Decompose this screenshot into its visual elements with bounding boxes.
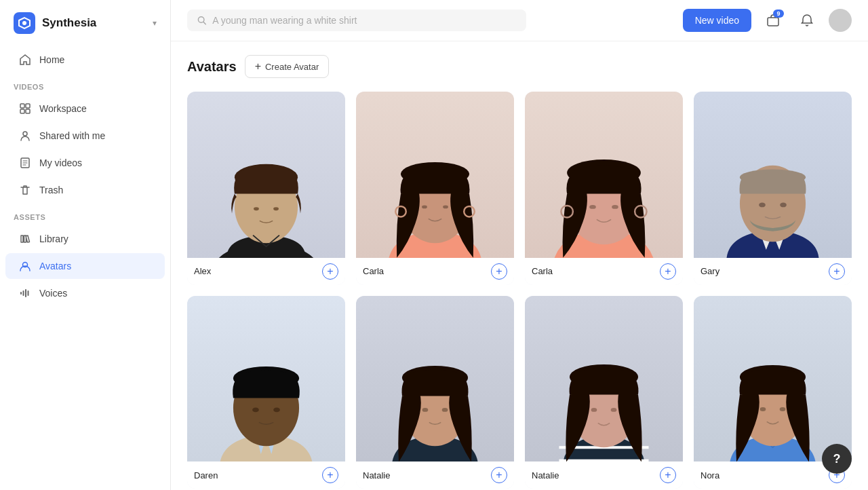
svg-point-20 (273, 207, 279, 210)
svg-rect-11 (25, 289, 26, 297)
sidebar-item-library[interactable]: Library (5, 226, 165, 252)
new-video-button[interactable]: New video (683, 9, 751, 32)
my-videos-label: My videos (39, 157, 82, 168)
svg-point-26 (422, 205, 427, 208)
svg-point-38 (759, 203, 766, 208)
svg-point-60 (760, 407, 766, 411)
workspace-label: Workspace (39, 103, 87, 114)
avatar-image-carla1 (356, 92, 514, 258)
avatar-footer-natalie2: Natalie + (525, 461, 683, 489)
create-avatar-button[interactable]: + Create Avatar (245, 55, 330, 78)
avatar-footer-carla2: Carla + (525, 258, 683, 285)
avatar-grid: Alex + (187, 92, 852, 489)
user-avatar[interactable] (829, 9, 852, 32)
help-button[interactable]: ? (822, 444, 852, 474)
avatar-name-nora: Nora (701, 470, 719, 480)
content-area: Avatars + Create Avatar (171, 41, 868, 490)
assets-section-label: Assets (0, 204, 170, 225)
sidebar-item-workspace[interactable]: Workspace (5, 96, 165, 121)
avatar-card-carla1[interactable]: Carla + (356, 92, 514, 285)
avatars-icon (19, 260, 31, 272)
svg-rect-10 (23, 290, 24, 296)
svg-point-44 (273, 407, 280, 412)
svg-point-33 (589, 205, 596, 209)
sidebar-item-trash[interactable]: Trash (5, 177, 165, 203)
svg-point-48 (422, 408, 429, 412)
page-title: Avatars (187, 59, 237, 75)
avatar-card-natalie1[interactable]: Natalie + (356, 296, 514, 489)
search-input[interactable] (212, 15, 517, 26)
sidebar-item-shared[interactable]: Shared with me (5, 123, 165, 149)
bell-icon (800, 14, 814, 27)
trash-label: Trash (39, 185, 63, 195)
avatar-add-button-natalie1[interactable]: + (491, 467, 507, 483)
svg-rect-2 (20, 104, 24, 108)
store-button[interactable]: 9 (761, 8, 785, 33)
avatar-name-daren: Daren (194, 470, 218, 480)
avatar-name-gary: Gary (701, 266, 719, 276)
header: New video 9 (171, 0, 868, 41)
trash-icon (19, 184, 31, 196)
main-area: New video 9 Avatars + Create Avatar (171, 0, 868, 490)
avatar-image-gary (694, 92, 852, 258)
search-bar[interactable] (187, 10, 526, 31)
svg-rect-4 (20, 109, 24, 113)
avatar-image-nora (694, 296, 852, 462)
avatar-add-button-carla1[interactable]: + (491, 263, 507, 280)
logo-button[interactable]: Synthesia ▾ (0, 0, 170, 46)
sidebar-item-voices[interactable]: Voices (5, 280, 165, 306)
content-header: Avatars + Create Avatar (187, 55, 852, 78)
svg-point-19 (254, 207, 259, 210)
svg-rect-12 (28, 290, 29, 296)
sidebar-item-my-videos[interactable]: My videos (5, 150, 165, 176)
avatar-card-carla2[interactable]: Carla + (525, 92, 683, 285)
voices-label: Voices (39, 288, 67, 299)
sidebar: Synthesia ▾ Home Videos Workspace Shared… (0, 0, 171, 490)
avatar-add-button-alex[interactable]: + (322, 263, 338, 280)
avatar-name-natalie1: Natalie (363, 470, 390, 480)
svg-point-27 (443, 205, 448, 208)
avatar-add-button-carla2[interactable]: + (660, 263, 676, 280)
avatar-name-carla2: Carla (532, 266, 553, 276)
avatar-footer-daren: Daren + (187, 461, 345, 489)
svg-point-61 (780, 407, 786, 411)
svg-rect-9 (20, 292, 22, 295)
avatar-card-alex[interactable]: Alex + (187, 92, 345, 285)
home-item[interactable]: Home (5, 47, 165, 73)
app-name: Synthesia (42, 16, 96, 30)
svg-point-43 (252, 407, 259, 412)
home-label: Home (39, 54, 64, 65)
header-right: New video 9 (683, 8, 852, 33)
logo-icon (14, 12, 35, 34)
avatar-card-daren[interactable]: Daren + (187, 296, 345, 489)
avatar-footer-carla1: Carla + (356, 258, 514, 285)
create-avatar-label: Create Avatar (265, 62, 319, 72)
voices-icon (19, 287, 31, 299)
shared-icon (19, 130, 31, 142)
svg-point-55 (591, 408, 597, 412)
svg-rect-3 (26, 104, 30, 108)
avatar-image-carla2 (525, 92, 683, 258)
sidebar-item-avatars[interactable]: Avatars (5, 253, 165, 279)
avatar-add-button-gary[interactable]: + (829, 263, 845, 280)
store-badge: 9 (773, 10, 784, 18)
svg-point-6 (23, 132, 27, 136)
videos-section-label: Videos (0, 73, 170, 95)
avatars-label: Avatars (39, 261, 71, 271)
avatar-card-gary[interactable]: Gary + (694, 92, 852, 285)
avatar-add-button-natalie2[interactable]: + (660, 467, 676, 483)
svg-point-49 (442, 408, 448, 412)
svg-rect-5 (26, 109, 30, 113)
notifications-button[interactable] (795, 8, 819, 33)
avatar-card-natalie2[interactable]: Natalie + (525, 296, 683, 489)
logo-chevron-icon: ▾ (153, 18, 157, 28)
avatar-footer-gary: Gary + (694, 258, 852, 285)
avatar-image-natalie2 (525, 296, 683, 462)
avatar-add-button-daren[interactable]: + (322, 467, 338, 483)
avatar-name-alex: Alex (194, 266, 211, 276)
svg-point-34 (612, 205, 618, 209)
svg-point-39 (780, 203, 787, 208)
search-icon (197, 15, 207, 26)
svg-rect-14 (768, 18, 778, 26)
avatar-image-daren (187, 296, 345, 462)
